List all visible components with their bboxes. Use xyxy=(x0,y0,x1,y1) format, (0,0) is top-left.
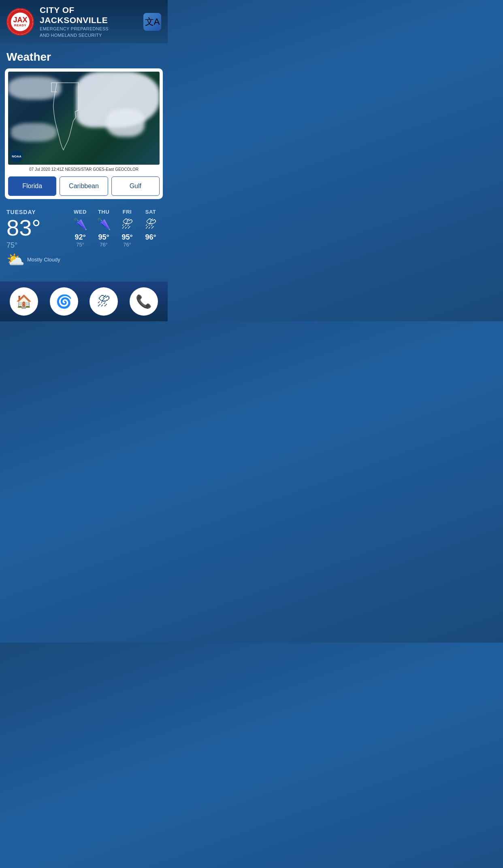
forecast-wed-high: 92° xyxy=(75,233,85,242)
weather-nav-icon: ⛈ xyxy=(97,294,110,309)
hurricane-icon: 🌀 xyxy=(56,294,72,309)
forecast-sat-label: SAT xyxy=(145,209,156,215)
forecast-fri-low: 76° xyxy=(123,242,131,248)
florida-outline xyxy=(41,81,94,153)
weather-section: TUESDAY 83° 75° ⛅ Mostly Cloudy WED 🌂 92… xyxy=(0,199,168,275)
nav-hurricane[interactable]: 🌀 xyxy=(50,287,78,316)
header-text: CITY OF JACKSONVILLE EMERGENCY PREPAREDN… xyxy=(40,5,143,38)
weather-row: TUESDAY 83° 75° ⛅ Mostly Cloudy WED 🌂 92… xyxy=(6,209,161,268)
phone-icon-circle[interactable]: 📞 xyxy=(130,287,158,316)
nav-home[interactable]: 🏠 xyxy=(10,287,38,316)
today-day-label: TUESDAY xyxy=(6,209,63,215)
logo-jax-text: JAX xyxy=(13,16,27,23)
today-condition: ⛅ Mostly Cloudy xyxy=(6,251,63,268)
forecast-sat-icon: ⛈ xyxy=(145,217,156,231)
jax-logo: JAX READY xyxy=(6,8,34,36)
forecast-thu: THU 🌂 95° 76° xyxy=(93,209,114,248)
forecast-wed: WED 🌂 92° 75° xyxy=(70,209,91,248)
forecast-days: WED 🌂 92° 75° THU 🌂 95° 76° FRI ⛈ 95° 76… xyxy=(63,209,161,248)
translate-button[interactable]: 文A xyxy=(143,13,161,31)
forecast-fri-high: 95° xyxy=(121,233,132,242)
map-btn-gulf[interactable]: Gulf xyxy=(111,176,160,196)
satellite-caption: 07 Jul 2020 12:41Z NESDIS/STAR GOES-East… xyxy=(8,165,160,173)
forecast-sat: SAT ⛈ 96° xyxy=(140,209,161,242)
home-icon: 🏠 xyxy=(16,294,32,309)
header-title: CITY OF JACKSONVILLE xyxy=(40,5,143,25)
map-buttons: Florida Caribbean Gulf xyxy=(8,176,160,196)
forecast-fri: FRI ⛈ 95° 76° xyxy=(117,209,138,248)
forecast-thu-label: THU xyxy=(98,209,109,215)
translate-icon: 文A xyxy=(145,16,160,28)
satellite-image[interactable]: NOAA xyxy=(8,72,160,165)
page-title: Weather xyxy=(0,43,168,68)
nav-weather[interactable]: ⛈ xyxy=(90,287,118,316)
bottom-nav: 🏠 🌀 ⛈ 📞 xyxy=(0,281,168,321)
forecast-fri-icon: ⛈ xyxy=(121,217,133,231)
map-btn-florida[interactable]: Florida xyxy=(8,176,56,196)
satellite-card: NOAA 07 Jul 2020 12:41Z NESDIS/STAR GOES… xyxy=(5,68,163,199)
weather-icon-circle[interactable]: ⛈ xyxy=(90,287,118,316)
phone-icon: 📞 xyxy=(136,294,152,309)
today-temp-low: 75° xyxy=(6,241,63,250)
noaa-logo: NOAA xyxy=(11,150,23,162)
today-weather: TUESDAY 83° 75° ⛅ Mostly Cloudy xyxy=(6,209,63,268)
forecast-wed-icon: 🌂 xyxy=(73,217,87,231)
app-header: JAX READY CITY OF JACKSONVILLE EMERGENCY… xyxy=(0,0,168,43)
today-temp-high: 83° xyxy=(6,215,63,240)
today-condition-label: Mostly Cloudy xyxy=(27,257,60,263)
forecast-wed-low: 75° xyxy=(76,242,84,248)
forecast-thu-low: 76° xyxy=(100,242,108,248)
forecast-fri-label: FRI xyxy=(123,209,132,215)
today-weather-icon: ⛅ xyxy=(6,251,25,268)
forecast-thu-high: 95° xyxy=(98,233,109,242)
hurricane-icon-circle[interactable]: 🌀 xyxy=(50,287,78,316)
map-btn-caribbean[interactable]: Caribbean xyxy=(60,176,108,196)
forecast-sat-high: 96° xyxy=(145,233,156,242)
forecast-wed-label: WED xyxy=(74,209,87,215)
logo-ready-text: READY xyxy=(14,23,27,27)
forecast-thu-icon: 🌂 xyxy=(97,217,111,231)
home-icon-circle[interactable]: 🏠 xyxy=(10,287,38,316)
nav-phone[interactable]: 📞 xyxy=(130,287,158,316)
header-subtitle: EMERGENCY PREPAREDNESS AND HOMELAND SECU… xyxy=(40,26,143,38)
cloud-east xyxy=(107,109,145,137)
